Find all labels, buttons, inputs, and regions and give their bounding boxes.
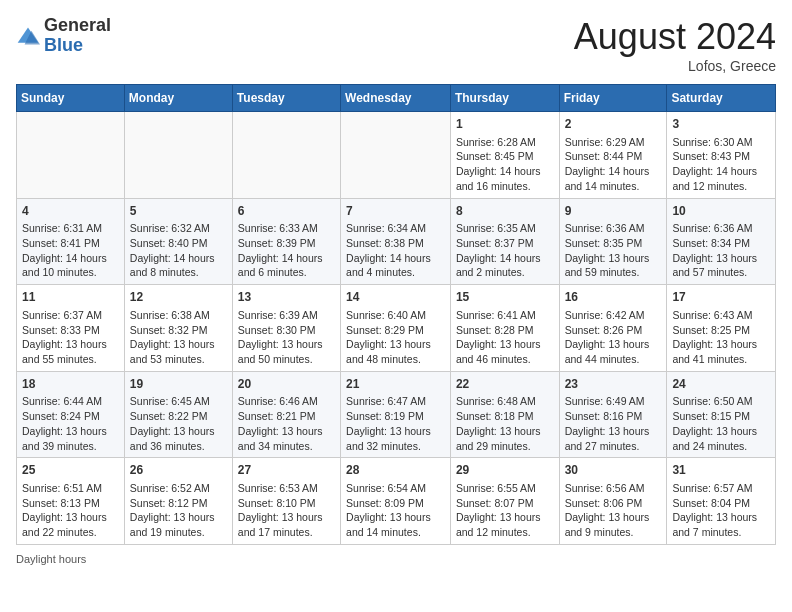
day-info: Sunrise: 6:35 AMSunset: 8:37 PMDaylight:… [456, 221, 554, 280]
table-row [124, 112, 232, 199]
table-row: 22Sunrise: 6:48 AMSunset: 8:18 PMDayligh… [450, 371, 559, 458]
day-number: 3 [672, 116, 770, 133]
logo-text: General Blue [44, 16, 111, 56]
day-number: 6 [238, 203, 335, 220]
table-row: 5Sunrise: 6:32 AMSunset: 8:40 PMDaylight… [124, 198, 232, 285]
table-row: 21Sunrise: 6:47 AMSunset: 8:19 PMDayligh… [341, 371, 451, 458]
day-info: Sunrise: 6:56 AMSunset: 8:06 PMDaylight:… [565, 481, 662, 540]
calendar-table: Sunday Monday Tuesday Wednesday Thursday… [16, 84, 776, 545]
day-number: 9 [565, 203, 662, 220]
table-row: 18Sunrise: 6:44 AMSunset: 8:24 PMDayligh… [17, 371, 125, 458]
day-number: 20 [238, 376, 335, 393]
day-info: Sunrise: 6:33 AMSunset: 8:39 PMDaylight:… [238, 221, 335, 280]
day-info: Sunrise: 6:29 AMSunset: 8:44 PMDaylight:… [565, 135, 662, 194]
day-info: Sunrise: 6:40 AMSunset: 8:29 PMDaylight:… [346, 308, 445, 367]
day-number: 14 [346, 289, 445, 306]
table-row: 12Sunrise: 6:38 AMSunset: 8:32 PMDayligh… [124, 285, 232, 372]
month-title: August 2024 [574, 16, 776, 58]
day-number: 8 [456, 203, 554, 220]
day-info: Sunrise: 6:50 AMSunset: 8:15 PMDaylight:… [672, 394, 770, 453]
day-info: Sunrise: 6:44 AMSunset: 8:24 PMDaylight:… [22, 394, 119, 453]
day-info: Sunrise: 6:49 AMSunset: 8:16 PMDaylight:… [565, 394, 662, 453]
table-row: 17Sunrise: 6:43 AMSunset: 8:25 PMDayligh… [667, 285, 776, 372]
table-row: 1Sunrise: 6:28 AMSunset: 8:45 PMDaylight… [450, 112, 559, 199]
day-info: Sunrise: 6:57 AMSunset: 8:04 PMDaylight:… [672, 481, 770, 540]
day-info: Sunrise: 6:47 AMSunset: 8:19 PMDaylight:… [346, 394, 445, 453]
day-number: 11 [22, 289, 119, 306]
table-row: 31Sunrise: 6:57 AMSunset: 8:04 PMDayligh… [667, 458, 776, 545]
table-row: 9Sunrise: 6:36 AMSunset: 8:35 PMDaylight… [559, 198, 667, 285]
day-number: 12 [130, 289, 227, 306]
col-wednesday: Wednesday [341, 85, 451, 112]
table-row: 6Sunrise: 6:33 AMSunset: 8:39 PMDaylight… [232, 198, 340, 285]
day-info: Sunrise: 6:45 AMSunset: 8:22 PMDaylight:… [130, 394, 227, 453]
day-info: Sunrise: 6:46 AMSunset: 8:21 PMDaylight:… [238, 394, 335, 453]
calendar-week-3: 11Sunrise: 6:37 AMSunset: 8:33 PMDayligh… [17, 285, 776, 372]
table-row: 13Sunrise: 6:39 AMSunset: 8:30 PMDayligh… [232, 285, 340, 372]
table-row: 28Sunrise: 6:54 AMSunset: 8:09 PMDayligh… [341, 458, 451, 545]
table-row: 23Sunrise: 6:49 AMSunset: 8:16 PMDayligh… [559, 371, 667, 458]
table-row [17, 112, 125, 199]
day-number: 16 [565, 289, 662, 306]
day-info: Sunrise: 6:39 AMSunset: 8:30 PMDaylight:… [238, 308, 335, 367]
table-row: 15Sunrise: 6:41 AMSunset: 8:28 PMDayligh… [450, 285, 559, 372]
day-number: 19 [130, 376, 227, 393]
table-row: 19Sunrise: 6:45 AMSunset: 8:22 PMDayligh… [124, 371, 232, 458]
col-tuesday: Tuesday [232, 85, 340, 112]
day-number: 18 [22, 376, 119, 393]
page-header: General Blue August 2024 Lofos, Greece [16, 16, 776, 74]
day-number: 1 [456, 116, 554, 133]
day-number: 26 [130, 462, 227, 479]
day-number: 22 [456, 376, 554, 393]
table-row: 29Sunrise: 6:55 AMSunset: 8:07 PMDayligh… [450, 458, 559, 545]
day-info: Sunrise: 6:42 AMSunset: 8:26 PMDaylight:… [565, 308, 662, 367]
day-number: 2 [565, 116, 662, 133]
table-row: 20Sunrise: 6:46 AMSunset: 8:21 PMDayligh… [232, 371, 340, 458]
table-row: 26Sunrise: 6:52 AMSunset: 8:12 PMDayligh… [124, 458, 232, 545]
table-row: 10Sunrise: 6:36 AMSunset: 8:34 PMDayligh… [667, 198, 776, 285]
title-block: August 2024 Lofos, Greece [574, 16, 776, 74]
day-number: 25 [22, 462, 119, 479]
day-info: Sunrise: 6:54 AMSunset: 8:09 PMDaylight:… [346, 481, 445, 540]
day-info: Sunrise: 6:55 AMSunset: 8:07 PMDaylight:… [456, 481, 554, 540]
table-row: 25Sunrise: 6:51 AMSunset: 8:13 PMDayligh… [17, 458, 125, 545]
table-row [232, 112, 340, 199]
day-number: 27 [238, 462, 335, 479]
logo-general: General [44, 15, 111, 35]
table-row: 30Sunrise: 6:56 AMSunset: 8:06 PMDayligh… [559, 458, 667, 545]
day-number: 7 [346, 203, 445, 220]
day-info: Sunrise: 6:32 AMSunset: 8:40 PMDaylight:… [130, 221, 227, 280]
day-number: 21 [346, 376, 445, 393]
day-number: 15 [456, 289, 554, 306]
calendar-week-1: 1Sunrise: 6:28 AMSunset: 8:45 PMDaylight… [17, 112, 776, 199]
col-friday: Friday [559, 85, 667, 112]
day-number: 23 [565, 376, 662, 393]
day-info: Sunrise: 6:41 AMSunset: 8:28 PMDaylight:… [456, 308, 554, 367]
footer-note: Daylight hours [16, 553, 776, 565]
table-row: 8Sunrise: 6:35 AMSunset: 8:37 PMDaylight… [450, 198, 559, 285]
day-number: 10 [672, 203, 770, 220]
day-number: 13 [238, 289, 335, 306]
col-thursday: Thursday [450, 85, 559, 112]
day-number: 29 [456, 462, 554, 479]
col-monday: Monday [124, 85, 232, 112]
day-info: Sunrise: 6:51 AMSunset: 8:13 PMDaylight:… [22, 481, 119, 540]
day-info: Sunrise: 6:36 AMSunset: 8:34 PMDaylight:… [672, 221, 770, 280]
logo: General Blue [16, 16, 111, 56]
table-row [341, 112, 451, 199]
day-number: 28 [346, 462, 445, 479]
day-info: Sunrise: 6:53 AMSunset: 8:10 PMDaylight:… [238, 481, 335, 540]
day-info: Sunrise: 6:38 AMSunset: 8:32 PMDaylight:… [130, 308, 227, 367]
day-number: 31 [672, 462, 770, 479]
day-number: 5 [130, 203, 227, 220]
daylight-label: Daylight hours [16, 553, 86, 565]
day-info: Sunrise: 6:34 AMSunset: 8:38 PMDaylight:… [346, 221, 445, 280]
calendar-week-4: 18Sunrise: 6:44 AMSunset: 8:24 PMDayligh… [17, 371, 776, 458]
day-number: 4 [22, 203, 119, 220]
logo-icon [16, 24, 40, 48]
day-info: Sunrise: 6:37 AMSunset: 8:33 PMDaylight:… [22, 308, 119, 367]
table-row: 24Sunrise: 6:50 AMSunset: 8:15 PMDayligh… [667, 371, 776, 458]
day-info: Sunrise: 6:31 AMSunset: 8:41 PMDaylight:… [22, 221, 119, 280]
table-row: 16Sunrise: 6:42 AMSunset: 8:26 PMDayligh… [559, 285, 667, 372]
table-row: 7Sunrise: 6:34 AMSunset: 8:38 PMDaylight… [341, 198, 451, 285]
